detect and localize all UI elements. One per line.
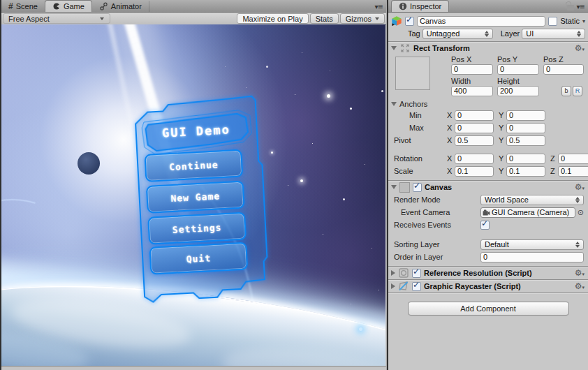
static-caret-icon[interactable]: ▾ [582, 18, 585, 24]
min-y-field[interactable]: 0 [506, 110, 545, 121]
active-checkbox[interactable]: ✓ [405, 17, 414, 26]
x-axis-label: X [447, 111, 453, 119]
min-label: Min [394, 111, 447, 119]
game-panel-menu-icon[interactable]: ▾≡ [375, 3, 383, 10]
canvas-gear-icon[interactable]: ⚙▾ [575, 183, 585, 191]
gameobject-cube-icon[interactable] [391, 15, 402, 27]
rotation-label: Rotation [394, 154, 447, 163]
anchors-foldout-row[interactable]: Anchors [388, 99, 588, 109]
rotation-x-field[interactable]: 0 [455, 154, 494, 164]
tag-dropdown[interactable]: Untagged [422, 29, 493, 39]
unity-editor-window: # Scene Game Animator ▾≡ [0, 0, 588, 370]
render-mode-dropdown[interactable]: World Space [480, 195, 584, 205]
graphic-raycaster-icon [398, 281, 409, 292]
lock-icon[interactable] [567, 5, 574, 10]
rect-transform-gear-icon[interactable]: ⚙▾ [575, 44, 585, 52]
raw-edit-mode-button[interactable]: R [573, 86, 582, 96]
game-icon [52, 2, 61, 10]
gizmos-dropdown[interactable]: Gizmos [340, 13, 385, 24]
width-field[interactable]: 400 [451, 86, 493, 96]
x-axis-label: X [447, 136, 453, 145]
scale-y-field[interactable]: 0.1 [506, 166, 545, 177]
height-field[interactable]: 200 [497, 86, 539, 96]
new-game-button[interactable]: New Game [146, 181, 245, 214]
anchors-label: Anchors [399, 100, 427, 108]
event-camera-label: Event Camera [394, 208, 480, 216]
min-x-field[interactable]: 0 [455, 110, 494, 121]
order-in-layer-field[interactable]: 0 [480, 252, 584, 262]
rect-transform-header[interactable]: Rect Transform ⚙▾ [388, 42, 588, 54]
rotation-z-field[interactable]: 0 [558, 154, 588, 164]
anchor-preview-box[interactable] [395, 57, 430, 90]
tab-game[interactable]: Game [45, 0, 92, 12]
render-mode-label: Render Mode [394, 195, 480, 204]
graphic-raycaster-header[interactable]: ✓ Graphic Raycaster (Script) ⚙▾ [388, 280, 588, 293]
tab-game-label: Game [64, 2, 84, 10]
inspector-menu-icon[interactable]: ▾≡ [577, 3, 585, 10]
settings-button[interactable]: Settings [147, 212, 247, 245]
rotation-y-field[interactable]: 0 [506, 154, 545, 164]
graphic-raycaster-gear-icon[interactable]: ⚙▾ [575, 282, 585, 290]
game-panel: # Scene Game Animator ▾≡ [1, 0, 387, 370]
pos-x-field[interactable]: 0 [451, 64, 493, 75]
max-x-field[interactable]: 0 [455, 123, 494, 133]
receives-events-checkbox[interactable]: ✓ [480, 221, 490, 230]
tab-scene[interactable]: # Scene [1, 1, 45, 12]
width-label: Width [451, 77, 471, 85]
anchors-foldout[interactable] [391, 102, 397, 106]
star-field [1, 24, 2, 25]
graphic-raycaster-checkbox[interactable]: ✓ [412, 282, 421, 291]
sorting-layer-dropdown[interactable]: Default [480, 239, 584, 250]
camera-icon [483, 209, 490, 216]
y-axis-label: Y [499, 136, 505, 145]
quit-button[interactable]: Quit [149, 242, 248, 274]
y-axis-label: Y [499, 167, 505, 175]
tag-label: Tag [408, 29, 420, 38]
static-label: Static [560, 17, 580, 25]
rect-transform-foldout[interactable] [391, 46, 397, 50]
reference-resolution-icon [398, 267, 409, 279]
stats-button[interactable]: Stats [310, 13, 339, 24]
object-picker-icon[interactable]: ⊙ [578, 208, 584, 217]
y-axis-label: Y [499, 154, 505, 163]
pivot-x-field[interactable]: 0.5 [455, 135, 494, 146]
reference-resolution-gear-icon[interactable]: ⚙▾ [575, 269, 585, 277]
bright-star [300, 179, 303, 182]
blueprint-mode-button[interactable]: b [561, 86, 571, 96]
tab-animator[interactable]: Animator [92, 1, 149, 12]
event-camera-object-field[interactable]: GUI Camera (Camera) [480, 207, 575, 218]
pivot-y-field[interactable]: 0.5 [506, 135, 545, 146]
graphic-raycaster-foldout[interactable] [391, 283, 395, 289]
reference-resolution-checkbox[interactable]: ✓ [412, 269, 421, 278]
layer-dropdown[interactable]: UI [522, 29, 585, 39]
reference-resolution-header[interactable]: ✓ Reference Resolution (Script) ⚙▾ [388, 267, 588, 279]
layer-label: Layer [501, 29, 520, 38]
reference-resolution-title: Reference Resolution (Script) [424, 269, 532, 277]
scale-x-field[interactable]: 0.1 [455, 166, 494, 177]
static-checkbox[interactable] [548, 17, 557, 26]
canvas-enabled-checkbox[interactable]: ✓ [413, 183, 422, 192]
scale-z-field[interactable]: 0.1 [558, 166, 588, 177]
add-component-button[interactable]: Add Component [408, 302, 569, 316]
receives-events-label: Receives Events [394, 221, 480, 229]
tab-inspector[interactable]: Inspector [391, 0, 449, 12]
anchors-max-row: Max X 0 Y 0 [388, 121, 588, 134]
continue-button[interactable]: Continue [144, 149, 243, 182]
pos-x-label: Pos X [451, 55, 471, 64]
canvas-component-header[interactable]: ✓ Canvas ⚙▾ [388, 181, 588, 193]
menu-title: GUI Demo [147, 115, 246, 147]
render-mode-row: Render Mode World Space [388, 193, 588, 206]
tab-scene-label: Scene [16, 2, 38, 10]
gameobject-name-field[interactable]: Canvas [417, 16, 545, 27]
pos-y-field[interactable]: 0 [497, 64, 539, 75]
canvas-foldout[interactable] [391, 185, 397, 189]
maximize-on-play-button[interactable]: Maximize on Play [237, 13, 308, 24]
cloud [219, 338, 385, 366]
rect-transform-icon [399, 43, 411, 54]
aspect-dropdown[interactable]: Free Aspect [3, 13, 110, 24]
pos-z-field[interactable]: 0 [543, 64, 584, 75]
event-camera-row: Event Camera GUI Camera (Camera) ⊙ [388, 206, 588, 219]
max-y-field[interactable]: 0 [506, 123, 545, 133]
anchors-min-row: Min X 0 Y 0 [388, 109, 588, 121]
reference-resolution-foldout[interactable] [391, 270, 395, 276]
